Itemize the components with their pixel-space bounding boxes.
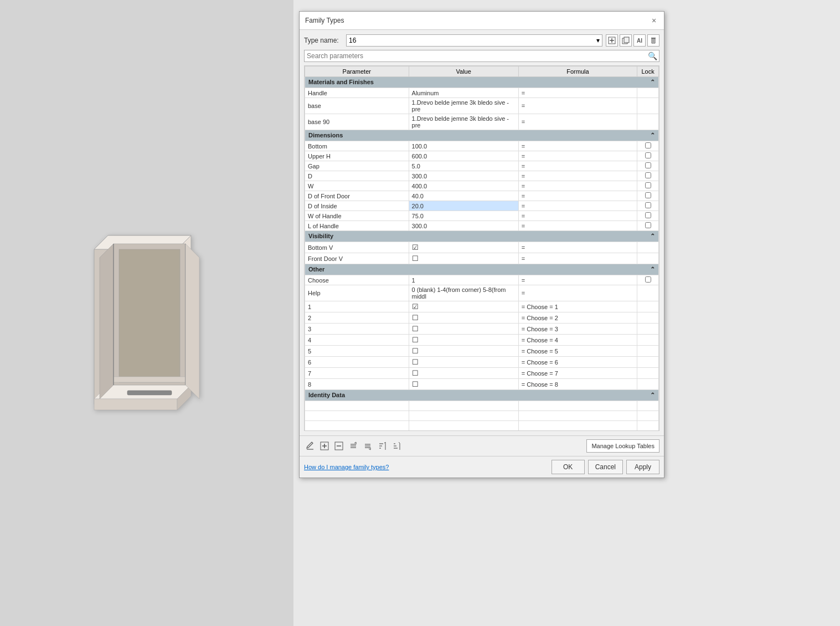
param-value-cell[interactable]: 75.0 [409,211,518,221]
param-value-cell[interactable]: ☐ [409,368,518,379]
type-name-select[interactable]: 16 ▾ [346,34,602,47]
param-value-cell[interactable]: ☐ [409,335,518,346]
duplicate-type-button[interactable] [620,34,632,47]
delete-param-btn[interactable] [333,440,345,452]
apply-button[interactable]: Apply [626,460,659,474]
lock-checkbox[interactable] [645,172,651,178]
param-formula-cell[interactable]: = [518,141,637,151]
param-lock-cell[interactable] [637,171,659,181]
param-formula-cell[interactable]: = [518,88,637,98]
param-value-cell[interactable]: 5.0 [409,161,518,171]
param-formula-cell[interactable]: = [518,191,637,201]
param-value-cell[interactable]: 40.0 [409,191,518,201]
param-value-cell[interactable]: ☐ [409,312,518,324]
param-lock-cell[interactable] [637,379,659,390]
sort-asc-btn[interactable] [376,440,388,452]
lock-checkbox[interactable] [645,192,651,198]
param-value-cell[interactable]: 0 (blank) 1-4(from corner) 5-8(from midd… [409,285,518,301]
move-down-group-btn[interactable] [362,440,374,452]
param-value-cell[interactable]: 20.0 [409,201,518,211]
param-formula-cell[interactable]: = Choose = 2 [518,312,637,324]
lock-checkbox[interactable] [645,202,651,208]
param-value-cell[interactable]: ☑ [409,301,518,312]
section-header-visibility[interactable]: Visibility⌃ [305,231,659,242]
cancel-button[interactable]: Cancel [588,460,623,474]
param-value-cell[interactable]: 400.0 [409,181,518,191]
lock-checkbox[interactable] [645,142,651,148]
ok-button[interactable]: OK [552,460,585,474]
help-link[interactable]: How do I manage family types? [304,464,389,470]
param-value-cell[interactable]: ☑ [409,242,518,253]
param-value-cell[interactable]: 300.0 [409,171,518,181]
param-lock-cell[interactable] [637,312,659,324]
param-formula-cell[interactable]: = [518,161,637,171]
search-input[interactable] [304,50,659,62]
param-value-cell[interactable]: ☐ [409,357,518,368]
section-header-dimensions[interactable]: Dimensions⌃ [305,130,659,141]
add-param-btn[interactable] [318,440,331,452]
param-value-cell[interactable]: 100.0 [409,141,518,151]
param-lock-cell[interactable] [637,201,659,211]
param-formula-cell[interactable]: = [518,253,637,264]
lock-checkbox[interactable] [645,212,651,218]
param-value-cell[interactable]: ☐ [409,346,518,357]
param-lock-cell[interactable] [637,221,659,231]
param-value-cell[interactable]: ☐ [409,324,518,335]
rename-type-button[interactable]: AI [633,34,646,47]
param-formula-cell[interactable]: = Choose = 5 [518,346,637,357]
param-lock-cell[interactable] [637,98,659,114]
param-lock-cell[interactable] [637,346,659,357]
close-button[interactable]: × [650,16,658,25]
param-formula-cell[interactable]: = [518,211,637,221]
param-value-cell[interactable]: 1.Drevo belde jemne 3k bledo sive - pre [409,114,518,130]
param-formula-cell[interactable]: = [518,242,637,253]
param-formula-cell[interactable]: = Choose = 8 [518,379,637,390]
section-header-other[interactable]: Other⌃ [305,264,659,275]
param-lock-cell[interactable] [637,141,659,151]
param-lock-cell[interactable] [637,275,659,285]
edit-icon-btn[interactable] [304,440,316,452]
param-formula-cell[interactable]: = Choose = 4 [518,335,637,346]
param-formula-cell[interactable]: = [518,201,637,211]
param-formula-cell[interactable]: = Choose = 1 [518,301,637,312]
param-value-cell[interactable]: Aluminum [409,88,518,98]
param-lock-cell[interactable] [637,151,659,161]
param-value-cell[interactable]: 1.Drevo belde jemne 3k bledo sive - pre [409,98,518,114]
param-lock-cell[interactable] [637,253,659,264]
param-formula-cell[interactable]: = [518,171,637,181]
param-formula-cell[interactable]: = [518,275,637,285]
param-formula-cell[interactable]: = Choose = 6 [518,357,637,368]
param-lock-cell[interactable] [637,114,659,130]
section-header-identity-data[interactable]: Identity Data⌃ [305,390,659,401]
param-lock-cell[interactable] [637,285,659,301]
param-lock-cell[interactable] [637,191,659,201]
param-value-cell[interactable]: 600.0 [409,151,518,161]
manage-lookup-button[interactable]: Manage Lookup Tables [586,439,659,453]
move-up-group-btn[interactable] [347,440,359,452]
param-value-cell[interactable]: ☐ [409,253,518,264]
param-lock-cell[interactable] [637,88,659,98]
param-lock-cell[interactable] [637,368,659,379]
param-lock-cell[interactable] [637,335,659,346]
param-formula-cell[interactable]: = [518,98,637,114]
param-lock-cell[interactable] [637,181,659,191]
param-formula-cell[interactable]: = [518,181,637,191]
param-formula-cell[interactable]: = Choose = 7 [518,368,637,379]
delete-type-button[interactable] [647,34,659,47]
new-type-button[interactable] [606,34,618,47]
param-formula-cell[interactable]: = [518,221,637,231]
param-value-cell[interactable]: 300.0 [409,221,518,231]
param-lock-cell[interactable] [637,161,659,171]
lock-checkbox[interactable] [645,222,651,228]
param-formula-cell[interactable]: = [518,285,637,301]
param-value-cell[interactable]: 1 [409,275,518,285]
sort-desc-btn[interactable] [390,440,403,452]
param-lock-cell[interactable] [637,357,659,368]
param-formula-cell[interactable]: = [518,151,637,161]
param-lock-cell[interactable] [637,301,659,312]
lock-checkbox[interactable] [645,182,651,188]
param-formula-cell[interactable]: = [518,114,637,130]
param-lock-cell[interactable] [637,242,659,253]
param-lock-cell[interactable] [637,211,659,221]
lock-checkbox[interactable] [645,162,651,168]
